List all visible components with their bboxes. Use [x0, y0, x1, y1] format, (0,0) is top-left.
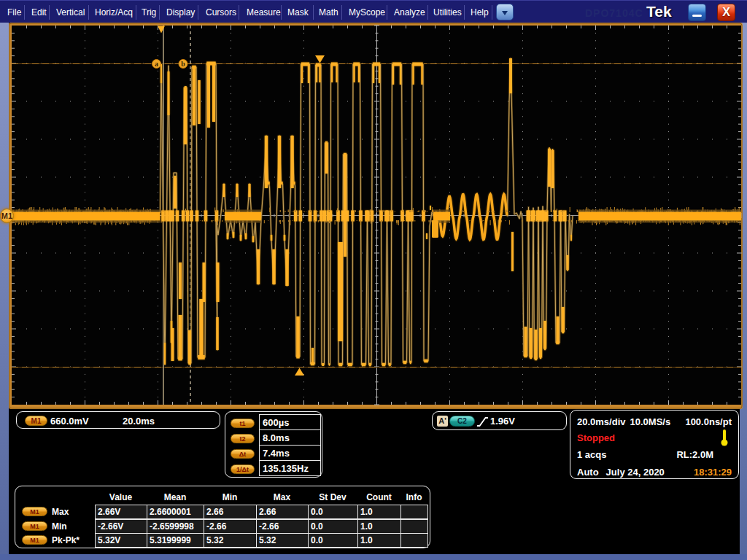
svg-text:a: a: [155, 60, 158, 68]
svg-text:b: b: [181, 60, 185, 68]
